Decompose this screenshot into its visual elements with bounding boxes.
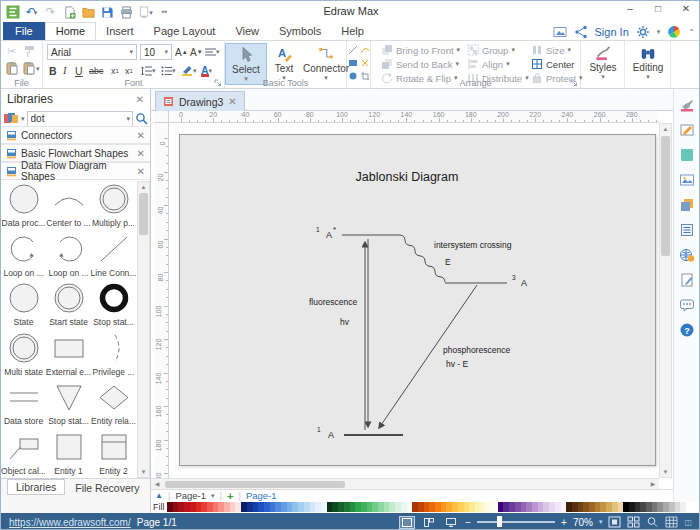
drawing-viewport[interactable]: Jablonski Diagram 1 A * 3 A 1 A intersy <box>169 123 659 478</box>
normal-view-button[interactable] <box>399 516 415 529</box>
share-icon[interactable] <box>574 25 588 39</box>
section-close-icon[interactable]: ✕ <box>137 130 145 141</box>
scroll-right-icon[interactable]: ▶ <box>647 479 659 489</box>
shape-item[interactable]: State <box>1 282 46 332</box>
collapse-pagebar-icon[interactable]: ▲ <box>155 491 163 500</box>
draft-icon[interactable] <box>679 272 695 288</box>
multi-page-icon[interactable] <box>627 516 640 528</box>
bold-button[interactable]: B <box>49 63 57 78</box>
grid-icon[interactable] <box>665 516 678 528</box>
tab-page-layout[interactable]: Page Layout <box>144 22 226 40</box>
line-tool-icon[interactable] <box>348 45 358 55</box>
redo-icon[interactable]: ↷ <box>43 5 58 20</box>
scroll-up-icon[interactable]: ▲ <box>660 124 671 134</box>
document-tab-drawing3[interactable]: Drawing3 ✕ <box>155 91 245 111</box>
italic-button[interactable]: I <box>63 63 67 78</box>
crop-tool-icon[interactable] <box>360 71 370 81</box>
panel-tab-file-recovery[interactable]: File Recovery <box>75 482 139 494</box>
close-button[interactable]: ✕ <box>679 3 693 14</box>
excited-state-superscript[interactable]: 1 <box>316 226 320 233</box>
comment-icon[interactable] <box>679 297 695 313</box>
highlight-button[interactable]: ▾ <box>181 63 197 78</box>
gallery-scrollbar[interactable]: ▲ ▼ <box>137 181 150 478</box>
strikethrough-button[interactable]: abc <box>89 63 104 78</box>
scroll-down-icon[interactable]: ▼ <box>660 467 671 477</box>
underline-button[interactable]: U <box>75 63 83 78</box>
arrange-bring-to-front[interactable]: Bring to Front▾ <box>381 43 467 57</box>
fluorescence-label[interactable]: fluorescence <box>309 297 357 307</box>
zoom-in-button[interactable]: + <box>561 517 567 528</box>
superscript-button[interactable]: x1 <box>125 63 133 78</box>
panel-tab-libraries[interactable]: Libraries <box>7 478 65 495</box>
shape-item[interactable]: Entity 1 <box>46 431 91 481</box>
open-folder-icon[interactable] <box>81 5 96 20</box>
drawing-page[interactable]: Jablonski Diagram 1 A * 3 A 1 A intersy <box>179 134 656 466</box>
edraw-logo-icon[interactable] <box>5 5 20 20</box>
diagram-title[interactable]: Jablonski Diagram <box>356 170 459 184</box>
hyperlink-icon[interactable] <box>679 247 695 263</box>
libraries-close-icon[interactable]: ✕ <box>136 94 144 105</box>
curve-tool-icon[interactable] <box>360 45 370 55</box>
page-sorter-view-button[interactable] <box>421 516 437 529</box>
ellipse-tool-icon[interactable] <box>348 71 358 81</box>
font-size-select[interactable]: 10▾ <box>140 44 172 60</box>
pencil-tool-icon[interactable] <box>360 58 370 68</box>
tab-insert[interactable]: Insert <box>96 22 144 40</box>
hv-label[interactable]: hv <box>340 317 350 327</box>
save-icon[interactable] <box>100 5 115 20</box>
shape-item[interactable]: Multiply p... <box>91 183 136 233</box>
editing-button[interactable]: Editing▾ <box>627 43 669 85</box>
tab-home[interactable]: Home <box>45 22 96 40</box>
subscript-button[interactable]: x1 <box>111 63 119 78</box>
shape-item[interactable]: Start state <box>46 282 91 332</box>
clipart-icon[interactable] <box>679 197 695 213</box>
shape-item[interactable]: Multi state <box>1 332 46 382</box>
tab-symbols[interactable]: Symbols <box>269 22 331 40</box>
shape-item[interactable]: Entity 2 <box>91 431 136 481</box>
line-spacing-button[interactable]: ▾ <box>141 63 156 78</box>
arrange-size[interactable]: Size▾ <box>531 43 577 57</box>
intersystem-crossing-label[interactable]: intersystem crossing <box>434 240 512 250</box>
document-tab-close-icon[interactable]: ✕ <box>228 96 236 107</box>
scroll-down-icon[interactable]: ▼ <box>138 467 149 477</box>
settings-gear-icon[interactable] <box>636 25 650 39</box>
shape-item[interactable]: Loop on ... <box>46 233 91 283</box>
grow-font-button[interactable]: A▲ <box>175 44 188 60</box>
settings-caret-icon[interactable]: ▾ <box>657 28 661 36</box>
gallery-scroll-thumb[interactable] <box>139 193 148 235</box>
energy-label[interactable]: E <box>445 257 451 267</box>
magnifier-icon[interactable] <box>646 516 659 528</box>
community-icon[interactable] <box>667 25 681 39</box>
bullets-button[interactable]: ▾ <box>161 63 176 78</box>
font-family-select[interactable]: Arial▾ <box>47 44 137 60</box>
shape-item[interactable]: Data proc... <box>1 183 46 233</box>
section-close-icon[interactable]: ✕ <box>137 148 145 159</box>
tab-view[interactable]: View <box>225 22 269 40</box>
tab-file[interactable]: File <box>3 22 45 40</box>
ground-state-label[interactable]: A <box>328 430 334 440</box>
scroll-left-icon[interactable]: ◀ <box>151 479 163 489</box>
scroll-up-icon[interactable]: ▲ <box>138 182 149 192</box>
library-picker-caret-icon[interactable]: ▾ <box>21 115 25 123</box>
excited-state-label[interactable]: A <box>326 230 332 240</box>
phosphorescence-label[interactable]: phosphorescence <box>443 345 510 355</box>
sign-in-link[interactable]: Sign In <box>595 26 629 38</box>
font-dialog-launcher-icon[interactable] <box>214 79 222 87</box>
shape-item[interactable]: Object cal... <box>1 431 46 481</box>
fit-window-icon[interactable] <box>608 516 621 528</box>
presentation-view-button[interactable] <box>443 516 459 529</box>
zoom-slider-handle[interactable] <box>497 516 502 527</box>
zoom-caret-icon[interactable]: ▾ <box>599 518 603 526</box>
shape-item[interactable]: Center to ... <box>46 183 91 233</box>
new-document-icon[interactable] <box>62 5 77 20</box>
font-color-button[interactable]: A▾ <box>201 63 212 78</box>
shape-item[interactable]: Loop on ... <box>1 233 46 283</box>
arrange-dialog-launcher-icon[interactable] <box>570 79 578 87</box>
pen-icon[interactable] <box>679 122 695 138</box>
help-icon[interactable]: ? <box>679 322 695 338</box>
shape-item[interactable]: Privilege ... <box>91 332 136 382</box>
tab-help[interactable]: Help <box>331 22 374 40</box>
excited-state-star[interactable]: * <box>333 225 336 234</box>
print-icon[interactable] <box>119 5 134 20</box>
arrange-group[interactable]: Group▾ <box>467 43 531 57</box>
